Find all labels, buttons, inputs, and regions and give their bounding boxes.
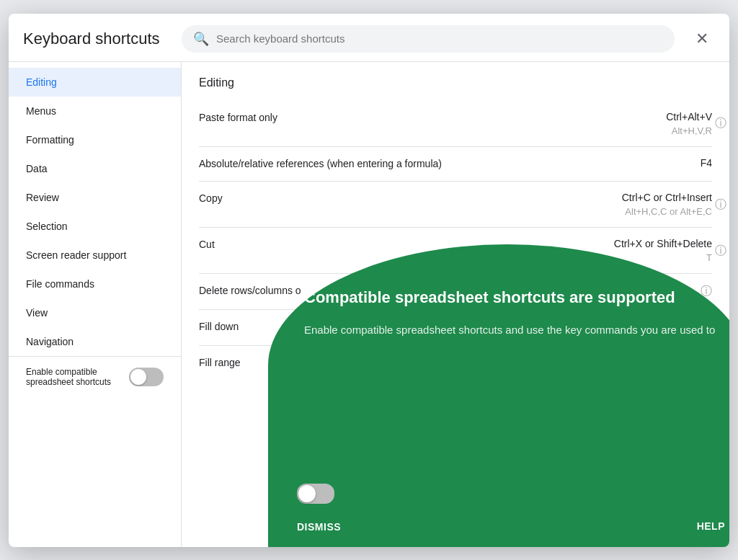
sidebar-footer: Enable compatible spreadsheet shortcuts — [9, 356, 181, 397]
close-button[interactable]: ✕ — [689, 26, 715, 52]
tooltip-body: Enable compatible spreadsheet shortcuts … — [304, 322, 718, 339]
sidebar-item-screen-reader[interactable]: Screen reader support — [9, 241, 181, 270]
sidebar-item-file-commands[interactable]: File commands — [9, 270, 181, 298]
toggle-knob — [130, 369, 146, 385]
sidebar-item-formatting[interactable]: Formatting — [9, 125, 181, 154]
info-icon[interactable]: ⓘ — [715, 243, 726, 258]
key-alt: T — [706, 252, 712, 263]
tooltip-title: Compatible spreadsheet shortcuts are sup… — [304, 288, 718, 308]
sidebar-item-navigation[interactable]: Navigation — [9, 327, 181, 356]
shortcut-keys: Ctrl+C or Ctrl+Insert Alt+H,C,C or Alt+E… — [525, 192, 712, 217]
sidebar-item-selection[interactable]: Selection — [9, 212, 181, 241]
info-icon[interactable]: ⓘ — [715, 116, 726, 131]
tooltip-toggle[interactable] — [297, 484, 334, 504]
key-alt: Alt+H,C,C or Alt+E,C — [625, 206, 712, 217]
sidebar-item-view[interactable]: View — [9, 298, 181, 327]
key-alt: Alt+H,V,R — [672, 125, 712, 136]
shortcut-keys: Ctrl+Alt+V Alt+H,V,R ⓘ — [525, 111, 712, 136]
modal-body: Editing Menus Formatting Data Review Sel… — [9, 62, 729, 547]
shortcut-name: Paste format only — [199, 111, 513, 125]
sidebar-item-review[interactable]: Review — [9, 183, 181, 212]
shortcut-keys: F4 — [525, 157, 712, 169]
help-btn-area: HELP — [697, 520, 725, 533]
shortcut-name: Absolute/relative references (when enter… — [199, 157, 513, 172]
compatible-shortcuts-tooltip: Compatible spreadsheet shortcuts are sup… — [268, 244, 729, 547]
sidebar: Editing Menus Formatting Data Review Sel… — [9, 62, 182, 547]
enable-compatible-toggle[interactable] — [129, 368, 164, 386]
key-primary: Ctrl+Alt+V — [666, 111, 712, 123]
search-icon: 🔍 — [193, 31, 209, 47]
key-primary: F4 — [701, 157, 712, 169]
content-area: Editing Paste format only Ctrl+Alt+V Alt… — [182, 62, 729, 547]
key-primary: Ctrl+X or Shift+Delete — [614, 238, 712, 249]
help-button[interactable]: HELP — [697, 520, 725, 532]
modal-title: Keyboard shortcuts — [23, 30, 167, 48]
modal-header: Keyboard shortcuts 🔍 ✕ — [9, 14, 729, 62]
shortcut-row-paste-format: Paste format only Ctrl+Alt+V Alt+H,V,R ⓘ — [199, 101, 712, 147]
search-bar: 🔍 — [182, 25, 675, 53]
shortcut-row-copy: Copy Ctrl+C or Ctrl+Insert Alt+H,C,C or … — [199, 182, 712, 228]
sidebar-item-menus[interactable]: Menus — [9, 97, 181, 125]
shortcut-name: Copy — [199, 192, 513, 206]
key-primary: Ctrl+C or Ctrl+Insert — [622, 192, 712, 203]
search-input[interactable] — [216, 32, 663, 45]
enable-compatible-label: Enable compatible spreadsheet shortcuts — [26, 367, 122, 387]
tooltip-toggle-area — [297, 484, 334, 504]
keyboard-shortcuts-modal: Keyboard shortcuts 🔍 ✕ Editing Menus For… — [9, 14, 729, 547]
tooltip-actions: DISMISS — [297, 521, 341, 533]
shortcut-row-absolute-ref: Absolute/relative references (when enter… — [199, 147, 712, 182]
info-icon[interactable]: ⓘ — [715, 197, 726, 212]
toggle-knob — [298, 485, 316, 502]
section-title: Editing — [199, 76, 712, 89]
sidebar-item-editing[interactable]: Editing — [9, 68, 181, 97]
sidebar-item-data[interactable]: Data — [9, 154, 181, 183]
dismiss-button[interactable]: DISMISS — [297, 521, 341, 533]
